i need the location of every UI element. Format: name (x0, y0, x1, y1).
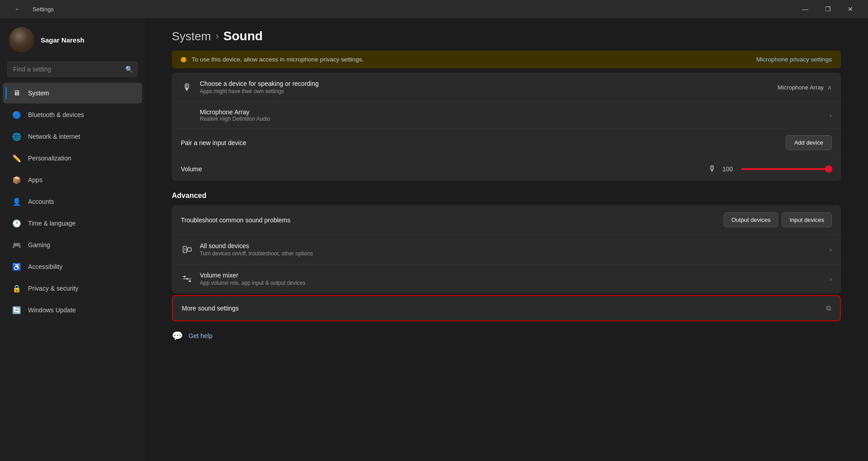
breadcrumb: System › Sound (172, 18, 841, 51)
sidebar-item-label: Gaming (28, 241, 50, 249)
search-input[interactable] (7, 61, 137, 77)
volume-value: 100 (722, 165, 735, 173)
warning-text: To use this device, allow access in micr… (192, 56, 363, 63)
minimize-button[interactable]: — (795, 2, 816, 16)
troubleshoot-row: Troubleshoot common sound problems Outpu… (172, 205, 841, 235)
bluetooth-icon: 🔵 (12, 110, 22, 120)
microphone-array-row[interactable]: Microphone Array Realtek High Definition… (172, 102, 841, 129)
search-box: 🔍 (7, 61, 137, 77)
svg-point-6 (186, 278, 188, 280)
sidebar-item-label: Personalization (28, 155, 71, 162)
sidebar-item-label: Privacy & security (28, 285, 78, 292)
user-section: Sagar Naresh (0, 18, 145, 60)
microphone-icon: 🎙 (181, 81, 193, 94)
sidebar-item-update[interactable]: 🔄 Windows Update (3, 300, 142, 320)
accounts-icon: 👤 (12, 197, 22, 207)
sidebar-item-time[interactable]: 🕐 Time & language (3, 213, 142, 234)
more-sound-settings-label: More sound settings (182, 305, 826, 312)
sidebar-item-label: Windows Update (28, 306, 76, 314)
all-sound-devices-row[interactable]: All sound devices Turn devices on/off, t… (172, 235, 841, 264)
input-devices-button[interactable]: Input devices (782, 212, 832, 227)
sidebar-item-label: Accounts (28, 198, 54, 205)
more-sound-settings-row[interactable]: More sound settings ⧉ (172, 295, 841, 321)
network-icon: 🌐 (12, 132, 22, 141)
sidebar-item-gaming[interactable]: 🎮 Gaming (3, 235, 142, 255)
selected-device-label: Microphone Array (778, 84, 824, 91)
volume-slider[interactable] (741, 168, 832, 170)
sidebar-item-privacy[interactable]: 🔒 Privacy & security (3, 278, 142, 299)
sidebar-item-apps[interactable]: 📦 Apps (3, 169, 142, 190)
add-device-button[interactable]: Add device (786, 135, 832, 150)
volume-mixer-content: Volume mixer App volume mix, app input &… (200, 272, 830, 286)
system-icon: 🖥 (12, 88, 22, 98)
get-help-row[interactable]: 💬 Get help (172, 323, 841, 348)
main-layout: Sagar Naresh 🔍 🖥 System 🔵 Bluetooth & de… (0, 18, 868, 461)
back-button[interactable]: ← (7, 2, 28, 16)
choose-device-right[interactable]: Microphone Array ∧ (778, 84, 832, 91)
maximize-button[interactable]: ❐ (817, 2, 838, 16)
microphone-array-subtitle: Realtek High Definition Audio (200, 116, 830, 122)
pair-device-row: Pair a new input device Add device (172, 129, 841, 157)
close-button[interactable]: ✕ (840, 2, 861, 16)
titlebar-left: ← Settings (7, 2, 54, 16)
volume-icon: 🎙 (708, 164, 716, 174)
input-devices-card: 🎙 Choose a device for speaking or record… (172, 73, 841, 181)
breadcrumb-parent: System (172, 29, 211, 43)
sidebar-item-accessibility[interactable]: ♿ Accessibility (3, 256, 142, 277)
all-sound-devices-content: All sound devices Turn devices on/off, t… (200, 242, 830, 257)
accessibility-icon: ♿ (12, 262, 22, 272)
advanced-card: Troubleshoot common sound problems Outpu… (172, 205, 841, 293)
troubleshoot-buttons: Output devices Input devices (724, 212, 832, 227)
microphone-array-title: Microphone Array (200, 108, 830, 116)
volume-thumb (825, 165, 832, 173)
volume-mixer-title: Volume mixer (200, 272, 830, 279)
external-link-icon: ⧉ (826, 304, 831, 312)
chevron-up-icon: ∧ (827, 84, 832, 91)
avatar-image (9, 27, 34, 52)
time-icon: 🕐 (12, 218, 22, 228)
get-help-label: Get help (189, 332, 212, 339)
sidebar-item-system[interactable]: 🖥 System (3, 83, 142, 103)
volume-row: Volume 🎙 100 (172, 157, 841, 181)
personalization-icon: ✏️ (12, 153, 22, 163)
volume-mixer-icon (181, 273, 193, 285)
volume-label: Volume (181, 165, 708, 173)
chevron-right-icon: › (830, 112, 832, 119)
svg-point-8 (189, 280, 191, 282)
titlebar-controls: — ❐ ✕ (795, 2, 861, 16)
sidebar-item-label: Network & internet (28, 133, 80, 140)
breadcrumb-separator: › (216, 30, 219, 42)
volume-mixer-row[interactable]: Volume mixer App volume mix, app input &… (172, 264, 841, 293)
choose-device-row: 🎙 Choose a device for speaking or record… (172, 73, 841, 102)
breadcrumb-current: Sound (223, 29, 263, 43)
sidebar-item-label: Apps (28, 176, 42, 183)
update-icon: 🔄 (12, 305, 22, 315)
chevron-right-icon: › (830, 246, 832, 253)
content-area: System › Sound To use this device, allow… (145, 18, 868, 461)
apps-icon: 📦 (12, 175, 22, 185)
sidebar-item-label: Accessibility (28, 263, 62, 270)
choose-device-text: Choose a device for speaking or recordin… (200, 80, 778, 94)
sidebar-item-label: System (28, 89, 49, 97)
sidebar: Sagar Naresh 🔍 🖥 System 🔵 Bluetooth & de… (0, 18, 145, 461)
microphone-array-content: Microphone Array Realtek High Definition… (200, 108, 830, 122)
all-sound-devices-title: All sound devices (200, 242, 830, 249)
sidebar-item-accounts[interactable]: 👤 Accounts (3, 191, 142, 212)
sidebar-item-bluetooth[interactable]: 🔵 Bluetooth & devices (3, 104, 142, 125)
volume-right: 🎙 100 (708, 164, 832, 174)
volume-mixer-subtitle: App volume mix, app input & output devic… (200, 280, 830, 286)
warning-dot (181, 57, 186, 62)
sidebar-item-personalization[interactable]: ✏️ Personalization (3, 148, 142, 169)
gaming-icon: 🎮 (12, 240, 22, 250)
output-devices-button[interactable]: Output devices (724, 212, 778, 227)
pair-device-label: Pair a new input device (181, 139, 786, 146)
search-icon: 🔍 (125, 66, 133, 73)
svg-point-7 (184, 276, 185, 278)
svg-rect-1 (188, 248, 191, 251)
chevron-right-icon: › (830, 275, 832, 282)
microphone-privacy-link[interactable]: Microphone privacy settings (756, 56, 832, 63)
volume-fill (741, 168, 832, 170)
sound-devices-icon (181, 243, 193, 256)
sidebar-item-network[interactable]: 🌐 Network & internet (3, 126, 142, 147)
sidebar-item-label: Bluetooth & devices (28, 111, 84, 118)
